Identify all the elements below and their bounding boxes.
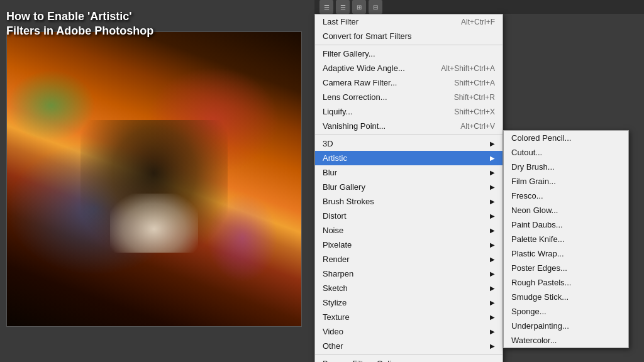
submenu-item-film-grain[interactable]: Film Grain... <box>504 174 628 189</box>
submenu-item-smudge-stick[interactable]: Smudge Stick... <box>504 290 628 304</box>
title-text: How to Enable 'Artistic' Filters in Adob… <box>6 9 153 39</box>
menu-item-other[interactable]: Other ▶ <box>315 339 502 353</box>
title-line2: Filters in Adobe Photoshop <box>6 24 153 38</box>
liquify-label: Liquify... <box>323 107 352 116</box>
dry-brush-label: Dry Brush... <box>511 162 555 172</box>
distort-arrow: ▶ <box>490 212 495 219</box>
submenu-item-neon-glow[interactable]: Neon Glow... <box>504 203 628 217</box>
texture-arrow: ▶ <box>490 314 495 321</box>
submenu-item-palette-knife[interactable]: Palette Knife... <box>504 232 628 246</box>
neon-glow-label: Neon Glow... <box>511 206 558 215</box>
sketch-label: Sketch <box>323 283 348 293</box>
vanishing-point-shortcut: Alt+Ctrl+V <box>460 122 495 131</box>
dropdown-container: Last Filter Alt+Ctrl+F Convert for Smart… <box>314 14 503 362</box>
menu-item-last-filter[interactable]: Last Filter Alt+Ctrl+F <box>315 14 502 29</box>
toolbar-icon-1[interactable]: ☰ <box>319 0 333 14</box>
menu-item-video[interactable]: Video ▶ <box>315 324 502 339</box>
submenu-item-cutout[interactable]: Cutout... <box>504 145 628 160</box>
render-arrow: ▶ <box>490 256 495 263</box>
3d-label: 3D <box>323 139 333 148</box>
brush-strokes-label: Brush Strokes <box>323 197 374 206</box>
camera-raw-label: Camera Raw Filter... <box>323 78 397 87</box>
menu-area: ▼ Art... ▼ Dis... Bagliore di... ▶ Sch. <box>314 14 644 362</box>
menu-item-pixelate[interactable]: Pixelate ▶ <box>315 238 502 252</box>
submenu-item-sponge[interactable]: Sponge... <box>504 304 628 319</box>
menu-item-stylize[interactable]: Stylize ▶ <box>315 295 502 310</box>
menu-item-brush-strokes[interactable]: Brush Strokes ▶ <box>315 194 502 209</box>
noise-arrow: ▶ <box>490 227 495 234</box>
blur-arrow: ▶ <box>490 169 495 176</box>
menu-item-lens-correction[interactable]: Lens Correction... Shift+Ctrl+R <box>315 90 502 104</box>
lion-image <box>6 31 302 327</box>
liquify-shortcut: Shift+Ctrl+X <box>454 107 495 116</box>
menu-item-camera-raw[interactable]: Camera Raw Filter... Shift+Ctrl+A <box>315 75 502 90</box>
toolbar-icon-3[interactable]: ⊞ <box>352 0 366 14</box>
menu-item-liquify[interactable]: Liquify... Shift+Ctrl+X <box>315 104 502 119</box>
browse-filters-label: Browse Filters Online... <box>323 359 407 362</box>
other-label: Other <box>323 341 343 351</box>
submenu-item-poster-edges[interactable]: Poster Edges... <box>504 261 628 275</box>
palette-knife-label: Palette Knife... <box>511 234 565 244</box>
lens-correction-label: Lens Correction... <box>323 92 387 102</box>
texture-label: Texture <box>323 312 350 322</box>
menu-item-noise[interactable]: Noise ▶ <box>315 223 502 238</box>
submenu-item-paint-daubs[interactable]: Paint Daubs... <box>504 217 628 232</box>
divider-2 <box>315 134 502 135</box>
filter-gallery-label: Filter Gallery... <box>323 49 375 58</box>
cutout-label: Cutout... <box>511 148 542 157</box>
submenu-item-dry-brush[interactable]: Dry Brush... <box>504 160 628 174</box>
noise-label: Noise <box>323 226 343 235</box>
lens-correction-shortcut: Shift+Ctrl+R <box>454 93 495 102</box>
toolbar: ☰ ☰ ⊞ ⊟ <box>314 0 644 14</box>
other-arrow: ▶ <box>490 343 495 349</box>
stylize-arrow: ▶ <box>490 299 495 306</box>
submenu-item-rough-pastels[interactable]: Rough Pastels... <box>504 275 628 290</box>
menu-item-sharpen[interactable]: Sharpen ▶ <box>315 266 502 281</box>
pixelate-label: Pixelate <box>323 240 352 250</box>
sketch-arrow: ▶ <box>490 285 495 292</box>
sharpen-arrow: ▶ <box>490 270 495 277</box>
menu-item-convert-smart[interactable]: Convert for Smart Filters <box>315 29 502 43</box>
adaptive-wide-shortcut: Alt+Shift+Ctrl+A <box>441 64 495 73</box>
menu-item-render[interactable]: Render ▶ <box>315 252 502 266</box>
toolbar-icon-4[interactable]: ⊟ <box>369 0 382 14</box>
menu-item-distort[interactable]: Distort ▶ <box>315 209 502 223</box>
toolbar-icon-2[interactable]: ☰ <box>336 0 350 14</box>
submenu-item-underpainting[interactable]: Underpainting... <box>504 319 628 333</box>
menu-item-adaptive-wide[interactable]: Adaptive Wide Angle... Alt+Shift+Ctrl+A <box>315 61 502 75</box>
blur-gallery-label: Blur Gallery <box>323 182 365 192</box>
adaptive-wide-label: Adaptive Wide Angle... <box>323 63 405 73</box>
submenu-item-colored-pencil[interactable]: Colored Pencil... <box>504 131 628 145</box>
menu-item-vanishing-point[interactable]: Vanishing Point... Alt+Ctrl+V <box>315 119 502 133</box>
paint-daubs-label: Paint Daubs... <box>511 220 563 229</box>
distort-label: Distort <box>323 211 347 221</box>
menu-item-sketch[interactable]: Sketch ▶ <box>315 281 502 295</box>
last-filter-label: Last Filter <box>323 17 358 26</box>
plastic-wrap-label: Plastic Wrap... <box>511 249 564 258</box>
submenu-item-plastic-wrap[interactable]: Plastic Wrap... <box>504 246 628 261</box>
sponge-label: Sponge... <box>511 307 547 316</box>
artistic-submenu: Colored Pencil... Cutout... Dry Brush...… <box>503 130 629 348</box>
underpainting-label: Underpainting... <box>511 321 569 331</box>
right-panel: ☰ ☰ ⊞ ⊟ ▼ Art... ▼ Dis... <box>314 0 644 362</box>
video-label: Video <box>323 327 343 336</box>
menu-item-texture[interactable]: Texture ▶ <box>315 310 502 324</box>
menu-item-blur[interactable]: Blur ▶ <box>315 165 502 180</box>
artistic-label: Artistic <box>323 153 347 163</box>
submenu-item-fresco[interactable]: Fresco... <box>504 189 628 203</box>
menu-item-3d[interactable]: 3D ▶ <box>315 136 502 151</box>
title-line1: How to Enable 'Artistic' <box>6 9 153 24</box>
menu-item-browse-filters[interactable]: Browse Filters Online... <box>315 356 502 362</box>
submenu-item-watercolor[interactable]: Watercolor... <box>504 333 628 348</box>
blur-label: Blur <box>323 168 337 177</box>
blur-gallery-arrow: ▶ <box>490 184 495 190</box>
film-grain-label: Film Grain... <box>511 177 556 186</box>
smudge-stick-label: Smudge Stick... <box>511 292 569 302</box>
menu-item-artistic[interactable]: Artistic ▶ <box>315 151 502 165</box>
rough-pastels-label: Rough Pastels... <box>511 278 571 287</box>
vanishing-point-label: Vanishing Point... <box>323 121 386 131</box>
camera-raw-shortcut: Shift+Ctrl+A <box>454 79 495 87</box>
menu-item-filter-gallery[interactable]: Filter Gallery... <box>315 47 502 61</box>
menu-item-blur-gallery[interactable]: Blur Gallery ▶ <box>315 180 502 194</box>
last-filter-shortcut: Alt+Ctrl+F <box>461 18 495 26</box>
